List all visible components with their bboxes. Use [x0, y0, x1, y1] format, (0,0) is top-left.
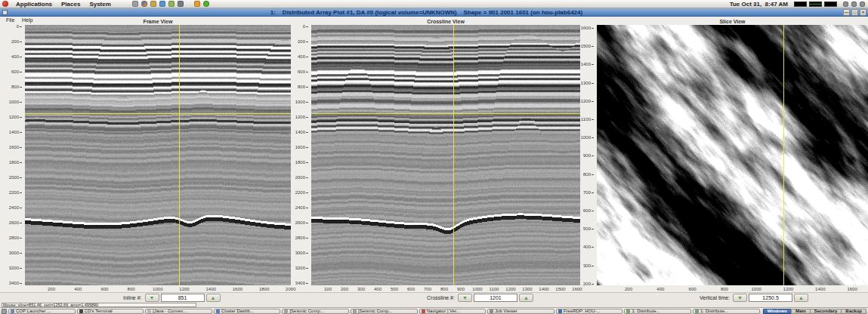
minimize-button[interactable]: — — [843, 9, 850, 16]
workspace-item[interactable]: Windows — [763, 309, 792, 314]
axis-tick-label: 200 — [341, 287, 348, 291]
vertical-time-value-field[interactable] — [749, 294, 792, 302]
navigation-controls-bar: Inline #: ▼ ▲ Crossline #: ▼ ▲ Vertical … — [0, 292, 868, 303]
distro-menu-icon[interactable] — [2, 1, 8, 7]
axis-tick-label: 600 — [407, 287, 415, 291]
window-title: 1: Distributed Array Plot #1, DA #0 (log… — [10, 9, 843, 16]
app-launcher-icon[interactable] — [203, 1, 209, 7]
close-button[interactable]: × — [860, 9, 866, 16]
panel-menu-item[interactable]: System — [85, 0, 115, 8]
axis-tick-label: 0 — [289, 24, 308, 29]
axis-tick-label: 600 — [689, 287, 697, 291]
axis-tick-label: 1600 — [0, 145, 22, 149]
axis-tick-label: 1100 — [490, 287, 499, 291]
inline-increment-button[interactable]: ▲ — [206, 294, 221, 302]
menu-file[interactable]: File — [4, 17, 17, 23]
inline-decrement-button[interactable]: ▼ — [145, 294, 159, 302]
taskbar-window-button[interactable]: Cluster Dashb... — [214, 309, 281, 314]
axis-tick-label: 2000 — [289, 175, 308, 180]
taskbar-window-button[interactable]: 1: Distribute... — [624, 309, 691, 314]
axis-tick-label: 800 — [289, 85, 308, 89]
taskbar-window-button[interactable]: Navigator | Ver... — [419, 309, 487, 314]
taskbar-window-button[interactable]: FreeRDP: HOU-... — [556, 309, 623, 314]
axis-tick-label: 400 — [656, 287, 664, 291]
axis-tick-label: 800 — [440, 287, 448, 291]
axis-tick-label: 2400 — [289, 205, 308, 210]
tray-icon[interactable] — [860, 2, 865, 7]
crossline-value-field[interactable] — [474, 294, 517, 302]
taskbar-window-button[interactable]: [Seismic Comp... — [351, 309, 418, 314]
clock[interactable]: Tue Oct 31, 8:47 AM — [730, 1, 788, 8]
crossline-view-y-axis: 0200400600800100012001400160018002000220… — [290, 25, 309, 285]
maximize-button[interactable]: □ — [851, 9, 858, 16]
workspace-switcher: WindowsMainSecondaryBackup — [764, 309, 866, 314]
panel-menu-item[interactable]: Applications — [11, 0, 57, 8]
workspace-item[interactable]: Backup — [841, 309, 866, 314]
axis-tick-label: 1300 — [576, 81, 594, 85]
axis-tick-label: 3000 — [0, 251, 22, 255]
app-launcher-icon[interactable] — [194, 1, 200, 7]
vertical-time-decrement-button[interactable]: ▼ — [733, 294, 747, 302]
desktop-screen: ApplicationsPlacesSystem Tue Oct 31, 8:4… — [0, 0, 868, 314]
axis-tick-label: 1200 — [0, 115, 22, 119]
taskbar-window-button[interactable]: [Seismic Comp... — [282, 309, 349, 314]
system-monitor-applet-icon[interactable] — [824, 2, 837, 7]
slice-view-image[interactable] — [597, 25, 868, 285]
axis-tick-label: 800 — [576, 172, 594, 177]
crossline-crosshair-line — [179, 25, 180, 285]
crossline-decrement-button[interactable]: ▼ — [458, 294, 472, 302]
crossline-view-x-axis: 1002003004005006007008009001000110012001… — [311, 286, 580, 292]
taskbar-window-button[interactable]: Job Viewer — [487, 309, 554, 314]
axis-tick-label: 600 — [289, 69, 308, 74]
taskbar-window-button[interactable]: 1: Distribute... — [693, 309, 760, 314]
taskbar-launcher-icon[interactable] — [2, 309, 7, 314]
axis-tick-label: 1000 — [472, 287, 482, 291]
window-button-label: [Seismic Comp... — [358, 309, 392, 313]
axis-tick-label: 3200 — [289, 266, 308, 270]
panel-menu-item[interactable]: Places — [57, 0, 85, 8]
tray-icon[interactable] — [843, 2, 848, 7]
system-monitor-applet-icon[interactable] — [809, 2, 822, 7]
app-launchers-secondary — [194, 1, 209, 7]
monitor-applets — [794, 2, 837, 7]
axis-tick-label: 1800 — [259, 287, 269, 291]
app-launcher-icon[interactable] — [168, 1, 175, 7]
workspace-item[interactable]: Main — [791, 309, 811, 314]
app-launcher-icon[interactable] — [132, 1, 138, 7]
taskbar-window-button[interactable]: [Java - Convex... — [145, 309, 212, 314]
app-launcher-icon[interactable] — [141, 1, 147, 7]
workspace-item[interactable]: Secondary — [810, 309, 842, 314]
window-button-label: 1: Distribute... — [700, 309, 728, 313]
axis-tick-label: 1200 — [505, 287, 515, 291]
app-launcher-icon[interactable] — [159, 1, 165, 7]
axis-tick-label: 800 — [0, 85, 22, 89]
window-button-icon — [11, 309, 14, 313]
axis-tick-label: 1400 — [539, 287, 548, 291]
taskbar-window-button[interactable]: COP Launcher ... — [8, 309, 76, 314]
taskbar-window-button[interactable]: CD's Terminal — [77, 309, 144, 314]
window-icon — [2, 10, 8, 15]
window-button-label: Navigator | Ver... — [427, 309, 460, 313]
tray-icon[interactable] — [851, 2, 857, 7]
window-list: COP Launcher ... CD's Terminal [Java - C… — [8, 309, 760, 314]
system-monitor-applet-icon[interactable] — [794, 2, 807, 7]
frame-view-image[interactable] — [25, 25, 291, 285]
inline-value-field[interactable] — [161, 294, 205, 302]
window-button-icon — [284, 309, 288, 313]
window-button-label: 1: Distribute... — [632, 309, 659, 313]
axis-tick-label: 2000 — [286, 287, 295, 291]
gnome-top-panel: ApplicationsPlacesSystem Tue Oct 31, 8:4… — [0, 0, 868, 8]
time-crosshair-line — [25, 113, 291, 114]
window-button-icon — [216, 309, 220, 313]
app-launcher-icon[interactable] — [178, 1, 184, 7]
window-button-label: [Java - Convex... — [153, 309, 187, 313]
app-launcher-icon[interactable] — [150, 1, 156, 7]
window-titlebar: 1: Distributed Array Plot #1, DA #0 (log… — [0, 8, 868, 17]
crossline-increment-button[interactable]: ▲ — [519, 294, 533, 302]
crossline-view-image[interactable] — [311, 25, 580, 285]
window-button-icon — [422, 309, 425, 313]
system-tray — [843, 2, 865, 7]
axis-tick-label: 800 — [128, 287, 135, 291]
vertical-time-increment-button[interactable]: ▲ — [794, 294, 808, 302]
frame-view-title: Frame View — [25, 19, 291, 24]
